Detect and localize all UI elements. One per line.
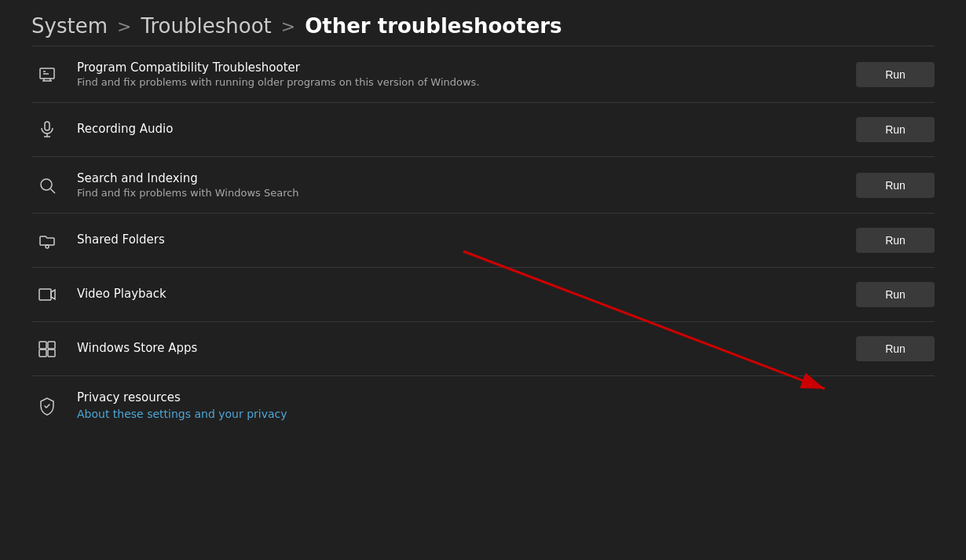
- privacy-title: Privacy resources: [77, 390, 935, 404]
- item-text: Windows Store Apps: [77, 341, 856, 357]
- breadcrumb-system[interactable]: System: [31, 14, 108, 38]
- list-item: Search and Indexing Find and fix problem…: [31, 157, 935, 214]
- header: System > Troubleshoot > Other troublesho…: [0, 0, 966, 46]
- list-item: Windows Store Apps Run: [31, 322, 935, 376]
- content-area: Program Compatibility Troubleshooter Fin…: [0, 46, 966, 435]
- shield-icon: [31, 397, 63, 415]
- list-item: Program Compatibility Troubleshooter Fin…: [31, 46, 935, 103]
- item-description: Find and fix problems with Windows Searc…: [77, 187, 856, 199]
- privacy-link[interactable]: About these settings and your privacy: [77, 408, 287, 420]
- item-text: Video Playback: [77, 287, 856, 302]
- privacy-text: Privacy resources About these settings a…: [77, 390, 935, 421]
- run-button[interactable]: Run: [856, 228, 935, 253]
- list-item: Shared Folders Run: [31, 214, 935, 268]
- item-text: Search and Indexing Find and fix problem…: [77, 171, 856, 199]
- item-title: Shared Folders: [77, 232, 856, 247]
- svg-rect-6: [45, 122, 49, 130]
- svg-rect-13: [39, 289, 51, 300]
- item-title: Recording Audio: [77, 122, 856, 136]
- breadcrumb-current: Other troubleshooters: [305, 14, 562, 38]
- item-title: Video Playback: [77, 287, 856, 301]
- breadcrumb-separator-2: >: [281, 16, 295, 36]
- svg-line-10: [51, 188, 56, 193]
- video-icon: [31, 285, 63, 304]
- breadcrumb-separator-1: >: [117, 16, 131, 36]
- microphone-icon: [31, 120, 63, 139]
- run-button[interactable]: Run: [856, 282, 935, 307]
- item-text: Recording Audio: [77, 122, 856, 137]
- compatibility-icon: [31, 65, 63, 84]
- shared-folders-icon: [31, 231, 63, 250]
- privacy-item: Privacy resources About these settings a…: [31, 376, 935, 435]
- item-description: Find and fix problems with running older…: [77, 76, 856, 88]
- search-icon: [31, 176, 63, 195]
- run-button[interactable]: Run: [856, 173, 935, 198]
- list-item: Recording Audio Run: [31, 103, 935, 157]
- item-title: Windows Store Apps: [77, 341, 856, 355]
- run-button[interactable]: Run: [856, 336, 935, 361]
- svg-rect-16: [39, 350, 46, 357]
- svg-point-11: [46, 245, 49, 248]
- svg-rect-17: [48, 350, 55, 357]
- svg-rect-14: [39, 342, 46, 349]
- item-title: Search and Indexing: [77, 171, 856, 185]
- svg-point-9: [41, 179, 52, 190]
- item-text: Shared Folders: [77, 232, 856, 248]
- list-item: Video Playback Run: [31, 268, 935, 322]
- item-text: Program Compatibility Troubleshooter Fin…: [77, 60, 856, 88]
- run-button[interactable]: Run: [856, 62, 935, 87]
- svg-rect-15: [48, 342, 55, 349]
- store-icon: [31, 339, 63, 358]
- breadcrumb-troubleshoot[interactable]: Troubleshoot: [141, 14, 271, 38]
- run-button[interactable]: Run: [856, 117, 935, 142]
- item-title: Program Compatibility Troubleshooter: [77, 60, 856, 75]
